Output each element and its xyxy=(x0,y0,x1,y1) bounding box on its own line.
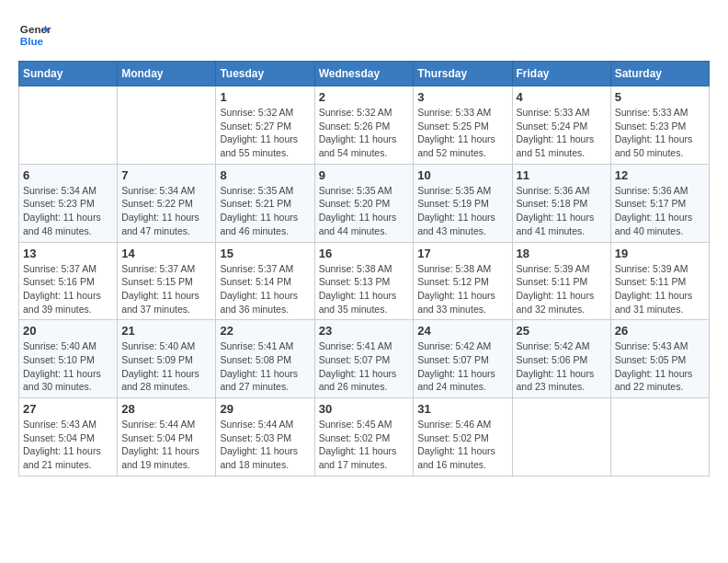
day-detail: Sunrise: 5:32 AMSunset: 5:26 PMDaylight:… xyxy=(319,106,410,160)
calendar-cell xyxy=(512,398,610,477)
calendar-cell: 21Sunrise: 5:40 AMSunset: 5:09 PMDayligh… xyxy=(118,320,216,398)
day-detail: Sunrise: 5:39 AMSunset: 5:11 PMDaylight:… xyxy=(615,262,705,316)
day-number: 23 xyxy=(319,324,410,338)
calendar-week-1: 1Sunrise: 5:32 AMSunset: 5:27 PMDaylight… xyxy=(19,86,710,165)
calendar-week-3: 13Sunrise: 5:37 AMSunset: 5:16 PMDayligh… xyxy=(19,242,710,320)
day-number: 10 xyxy=(417,168,507,182)
day-number: 27 xyxy=(23,402,113,416)
calendar-cell: 28Sunrise: 5:44 AMSunset: 5:04 PMDayligh… xyxy=(118,398,216,477)
calendar-cell: 16Sunrise: 5:38 AMSunset: 5:13 PMDayligh… xyxy=(314,242,414,320)
calendar-cell: 8Sunrise: 5:35 AMSunset: 5:21 PMDaylight… xyxy=(216,164,314,242)
day-detail: Sunrise: 5:37 AMSunset: 5:16 PMDaylight:… xyxy=(23,262,113,316)
calendar-cell: 19Sunrise: 5:39 AMSunset: 5:11 PMDayligh… xyxy=(610,242,709,320)
day-number: 21 xyxy=(121,324,211,338)
header-sunday: Sunday xyxy=(19,62,118,86)
svg-text:Blue: Blue xyxy=(20,35,44,47)
day-detail: Sunrise: 5:35 AMSunset: 5:20 PMDaylight:… xyxy=(319,184,410,238)
calendar-cell: 25Sunrise: 5:42 AMSunset: 5:06 PMDayligh… xyxy=(512,320,610,398)
day-number: 1 xyxy=(220,90,310,104)
day-detail: Sunrise: 5:36 AMSunset: 5:17 PMDaylight:… xyxy=(615,184,705,238)
calendar-cell: 1Sunrise: 5:32 AMSunset: 5:27 PMDaylight… xyxy=(216,86,314,165)
calendar-cell xyxy=(610,398,709,477)
day-detail: Sunrise: 5:32 AMSunset: 5:27 PMDaylight:… xyxy=(220,106,310,160)
day-detail: Sunrise: 5:40 AMSunset: 5:10 PMDaylight:… xyxy=(23,339,113,394)
calendar-cell: 9Sunrise: 5:35 AMSunset: 5:20 PMDaylight… xyxy=(314,164,414,242)
day-detail: Sunrise: 5:37 AMSunset: 5:14 PMDaylight:… xyxy=(220,262,310,316)
day-detail: Sunrise: 5:42 AMSunset: 5:06 PMDaylight:… xyxy=(517,339,607,394)
day-number: 11 xyxy=(517,168,607,182)
calendar-cell: 10Sunrise: 5:35 AMSunset: 5:19 PMDayligh… xyxy=(414,164,512,242)
calendar-cell: 17Sunrise: 5:38 AMSunset: 5:12 PMDayligh… xyxy=(414,242,512,320)
calendar-cell xyxy=(19,86,118,165)
day-number: 15 xyxy=(220,247,310,260)
day-number: 13 xyxy=(23,247,113,260)
calendar-cell: 30Sunrise: 5:45 AMSunset: 5:02 PMDayligh… xyxy=(314,398,414,477)
day-detail: Sunrise: 5:33 AMSunset: 5:25 PMDaylight:… xyxy=(417,106,507,160)
day-detail: Sunrise: 5:43 AMSunset: 5:05 PMDaylight:… xyxy=(615,339,705,394)
day-detail: Sunrise: 5:41 AMSunset: 5:07 PMDaylight:… xyxy=(319,339,410,394)
logo-icon: General Blue xyxy=(18,18,51,52)
day-detail: Sunrise: 5:38 AMSunset: 5:13 PMDaylight:… xyxy=(319,262,410,316)
day-detail: Sunrise: 5:44 AMSunset: 5:04 PMDaylight:… xyxy=(121,418,211,472)
calendar-cell: 2Sunrise: 5:32 AMSunset: 5:26 PMDaylight… xyxy=(314,86,414,165)
day-detail: Sunrise: 5:39 AMSunset: 5:11 PMDaylight:… xyxy=(517,262,607,316)
day-detail: Sunrise: 5:42 AMSunset: 5:07 PMDaylight:… xyxy=(417,339,507,394)
day-detail: Sunrise: 5:44 AMSunset: 5:03 PMDaylight:… xyxy=(220,418,310,472)
day-detail: Sunrise: 5:43 AMSunset: 5:04 PMDaylight:… xyxy=(23,418,113,472)
header-tuesday: Tuesday xyxy=(216,62,314,86)
calendar-cell: 23Sunrise: 5:41 AMSunset: 5:07 PMDayligh… xyxy=(314,320,414,398)
day-number: 9 xyxy=(319,168,410,182)
calendar-cell: 12Sunrise: 5:36 AMSunset: 5:17 PMDayligh… xyxy=(610,164,709,242)
calendar-cell: 11Sunrise: 5:36 AMSunset: 5:18 PMDayligh… xyxy=(512,164,610,242)
day-number: 25 xyxy=(517,324,607,338)
calendar-cell: 4Sunrise: 5:33 AMSunset: 5:24 PMDaylight… xyxy=(512,86,610,165)
calendar-table: SundayMondayTuesdayWednesdayThursdayFrid… xyxy=(18,61,710,477)
day-detail: Sunrise: 5:35 AMSunset: 5:19 PMDaylight:… xyxy=(417,184,507,238)
calendar-cell xyxy=(118,86,216,165)
day-detail: Sunrise: 5:38 AMSunset: 5:12 PMDaylight:… xyxy=(417,262,507,316)
day-number: 14 xyxy=(121,247,211,260)
calendar-cell: 20Sunrise: 5:40 AMSunset: 5:10 PMDayligh… xyxy=(19,320,118,398)
day-number: 6 xyxy=(23,168,113,182)
day-detail: Sunrise: 5:40 AMSunset: 5:09 PMDaylight:… xyxy=(121,339,211,394)
day-detail: Sunrise: 5:33 AMSunset: 5:24 PMDaylight:… xyxy=(517,106,607,160)
header-wednesday: Wednesday xyxy=(314,62,414,86)
day-detail: Sunrise: 5:33 AMSunset: 5:23 PMDaylight:… xyxy=(615,106,705,160)
day-number: 17 xyxy=(417,247,507,260)
day-detail: Sunrise: 5:46 AMSunset: 5:02 PMDaylight:… xyxy=(417,418,507,472)
calendar-cell: 7Sunrise: 5:34 AMSunset: 5:22 PMDaylight… xyxy=(118,164,216,242)
calendar-cell: 31Sunrise: 5:46 AMSunset: 5:02 PMDayligh… xyxy=(414,398,512,477)
calendar-header-row: SundayMondayTuesdayWednesdayThursdayFrid… xyxy=(19,62,710,86)
calendar-cell: 14Sunrise: 5:37 AMSunset: 5:15 PMDayligh… xyxy=(118,242,216,320)
calendar-week-2: 6Sunrise: 5:34 AMSunset: 5:23 PMDaylight… xyxy=(19,164,710,242)
page-header: General Blue xyxy=(18,18,710,52)
day-number: 20 xyxy=(23,324,113,338)
calendar-cell: 3Sunrise: 5:33 AMSunset: 5:25 PMDaylight… xyxy=(414,86,512,165)
calendar-cell: 5Sunrise: 5:33 AMSunset: 5:23 PMDaylight… xyxy=(610,86,709,165)
day-number: 19 xyxy=(615,247,705,260)
header-thursday: Thursday xyxy=(414,62,512,86)
day-number: 26 xyxy=(615,324,705,338)
day-number: 16 xyxy=(319,247,410,260)
day-number: 28 xyxy=(121,402,211,416)
logo: General Blue xyxy=(18,18,51,52)
day-number: 18 xyxy=(517,247,607,260)
day-number: 7 xyxy=(121,168,211,182)
header-friday: Friday xyxy=(512,62,610,86)
day-detail: Sunrise: 5:37 AMSunset: 5:15 PMDaylight:… xyxy=(121,262,211,316)
day-detail: Sunrise: 5:34 AMSunset: 5:22 PMDaylight:… xyxy=(121,184,211,238)
day-detail: Sunrise: 5:41 AMSunset: 5:08 PMDaylight:… xyxy=(220,339,310,394)
calendar-cell: 6Sunrise: 5:34 AMSunset: 5:23 PMDaylight… xyxy=(19,164,118,242)
header-monday: Monday xyxy=(118,62,216,86)
day-detail: Sunrise: 5:36 AMSunset: 5:18 PMDaylight:… xyxy=(517,184,607,238)
day-detail: Sunrise: 5:34 AMSunset: 5:23 PMDaylight:… xyxy=(23,184,113,238)
day-number: 12 xyxy=(615,168,705,182)
day-number: 24 xyxy=(417,324,507,338)
calendar-cell: 24Sunrise: 5:42 AMSunset: 5:07 PMDayligh… xyxy=(414,320,512,398)
calendar-cell: 18Sunrise: 5:39 AMSunset: 5:11 PMDayligh… xyxy=(512,242,610,320)
calendar-cell: 15Sunrise: 5:37 AMSunset: 5:14 PMDayligh… xyxy=(216,242,314,320)
day-number: 4 xyxy=(517,90,607,104)
day-detail: Sunrise: 5:35 AMSunset: 5:21 PMDaylight:… xyxy=(220,184,310,238)
calendar-cell: 27Sunrise: 5:43 AMSunset: 5:04 PMDayligh… xyxy=(19,398,118,477)
calendar-week-4: 20Sunrise: 5:40 AMSunset: 5:10 PMDayligh… xyxy=(19,320,710,398)
